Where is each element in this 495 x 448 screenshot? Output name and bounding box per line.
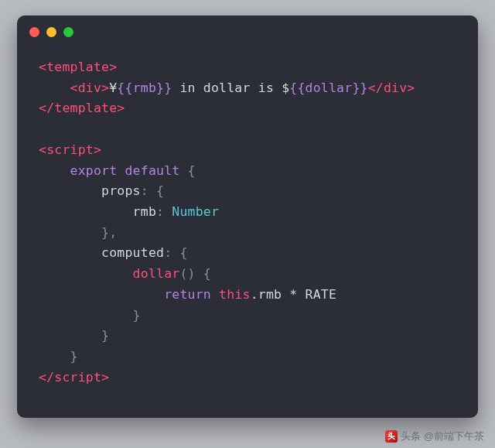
tag-template-open: <template> [39,60,117,74]
tag-script-open: <script> [39,142,101,157]
code-text: ¥ [109,80,117,95]
minimize-icon[interactable] [46,27,56,37]
close-icon[interactable] [29,27,39,37]
code-window: <template> <div>¥{{rmb}} in dollar is ${… [17,15,478,418]
prop-computed: computed [101,245,164,260]
tag-div-close: </div> [368,80,415,95]
colon: : [156,204,172,219]
brace: { [179,163,195,178]
colon-brace: : { [164,245,187,260]
source-logo-icon: 头 [385,430,398,443]
prop-rmb: rmb [133,204,156,219]
indent [39,225,101,240]
window-titlebar [17,15,478,48]
indent [39,163,70,178]
indent [39,308,133,323]
brace-close: } [70,349,78,364]
kw-return: return [164,287,211,302]
expr-rest: .rmb * RATE [251,287,336,302]
space [211,287,219,302]
indent [39,204,133,219]
brace-close: } [101,328,109,343]
type-number: Number [172,204,219,219]
code-text: in dollar is $ [172,80,289,95]
attribution: 头 头条 @前端下午茶 [385,429,484,443]
indent [39,245,101,260]
paren-brace: () { [179,266,211,281]
indent [39,183,101,198]
kw-export-default: export default [70,163,180,178]
attribution-source: 头条 [401,429,421,443]
kw-this: this [219,287,251,302]
indent [39,80,70,95]
tag-script-close: </script> [39,370,109,385]
tag-div-open: <div> [70,80,110,95]
maximize-icon[interactable] [63,27,73,37]
tag-template-close: </template> [39,101,125,115]
mustache-dollar: {{dollar}} [289,80,367,95]
code-block: <template> <div>¥{{rmb}} in dollar is ${… [17,48,478,402]
indent [39,266,133,281]
attribution-handle: @前端下午茶 [424,429,484,443]
brace-close: } [133,308,141,323]
indent [39,328,101,343]
fn-dollar: dollar [133,266,180,281]
colon-brace: : { [141,183,164,198]
mustache-rmb: {{rmb}} [117,80,172,95]
brace-close: }, [101,225,117,240]
prop-props: props [101,183,141,198]
indent [39,287,164,302]
indent [39,349,70,364]
